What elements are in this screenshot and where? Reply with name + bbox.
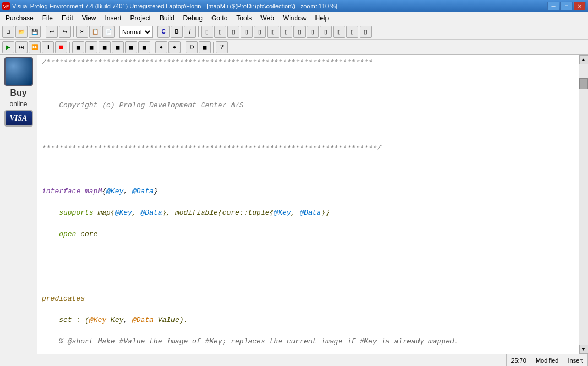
- tb-extra9[interactable]: ▯: [307, 26, 319, 38]
- buy-online: online: [9, 100, 27, 108]
- menu-goto[interactable]: Go to: [207, 13, 232, 23]
- titlebar-left: VP Visual Prolog Environment 7.4 (Build …: [2, 2, 337, 10]
- toolbar2: ▶ ⏭ ⏩ ⏸ ⏹ ◼ ◼ ◼ ◼ ◼ ◼ ● ● ⚙ ◼ ?: [0, 40, 588, 55]
- tb-extra2[interactable]: ▯: [214, 26, 226, 38]
- tb-extra6[interactable]: ▯: [267, 26, 279, 38]
- sep6: [69, 42, 70, 53]
- scrollbar-track[interactable]: [579, 64, 588, 345]
- tb-extra4[interactable]: ▯: [241, 26, 253, 38]
- debug-btn6[interactable]: ◼: [138, 41, 150, 53]
- close-button[interactable]: ✕: [574, 2, 586, 10]
- sep9: [213, 42, 214, 53]
- sep1: [43, 26, 43, 37]
- statusbar: 25:70 Modified Insert: [0, 354, 588, 366]
- menu-window[interactable]: Window: [279, 13, 311, 23]
- save-button[interactable]: 💾: [29, 26, 41, 38]
- menu-debug[interactable]: Debug: [179, 13, 207, 23]
- minimize-button[interactable]: ─: [547, 2, 559, 10]
- bold-c-button[interactable]: C: [157, 26, 170, 38]
- main-area: Buy online VISA /***********************…: [0, 55, 588, 354]
- menubar: Purchase File Edit View Insert Project B…: [0, 12, 588, 24]
- editor-content[interactable]: /***************************************…: [37, 55, 579, 354]
- debug-gear[interactable]: ⚙: [186, 41, 198, 53]
- debug-btn2[interactable]: ◼: [85, 41, 97, 53]
- buy-text: Buy: [10, 88, 26, 98]
- debug-btn3[interactable]: ◼: [99, 41, 111, 53]
- debug-extra1[interactable]: ◼: [199, 41, 211, 53]
- scrollbar[interactable]: ▲ ▼: [579, 55, 588, 354]
- debug-btn1[interactable]: ◼: [72, 41, 84, 53]
- cut-button[interactable]: ✂: [76, 26, 88, 38]
- tb-extra5[interactable]: ▯: [254, 26, 266, 38]
- new-button[interactable]: 🗋: [2, 26, 14, 38]
- tb-extra7[interactable]: ▯: [280, 26, 292, 38]
- titlebar: VP Visual Prolog Environment 7.4 (Build …: [0, 0, 588, 12]
- tb-extra12[interactable]: ▯: [346, 26, 358, 38]
- stop-button[interactable]: ⏹: [55, 41, 67, 53]
- menu-edit[interactable]: Edit: [57, 13, 78, 23]
- tb-extra3[interactable]: ▯: [227, 26, 239, 38]
- bold-b-button[interactable]: B: [171, 26, 183, 38]
- menu-purchase[interactable]: Purchase: [1, 13, 38, 23]
- debug-btn4[interactable]: ◼: [112, 41, 124, 53]
- sep7: [153, 42, 153, 53]
- titlebar-title: Visual Prolog Environment 7.4 (Build 740…: [12, 3, 337, 9]
- step-into-button[interactable]: ⏩: [29, 41, 41, 53]
- open-button[interactable]: 📂: [15, 26, 28, 38]
- sep5: [198, 26, 199, 37]
- pause-button[interactable]: ⏸: [42, 41, 54, 53]
- tb-extra1[interactable]: ▯: [201, 26, 213, 38]
- menu-help[interactable]: Help: [311, 13, 334, 23]
- debug-btn5[interactable]: ◼: [125, 41, 137, 53]
- left-panel: Buy online VISA: [0, 55, 37, 354]
- menu-project[interactable]: Project: [126, 13, 155, 23]
- redo-button[interactable]: ↪: [59, 26, 71, 38]
- debug-circle2[interactable]: ●: [168, 41, 181, 53]
- menu-insert[interactable]: Insert: [101, 13, 126, 23]
- menu-file[interactable]: File: [38, 13, 57, 23]
- undo-button[interactable]: ↩: [46, 26, 58, 38]
- menu-web[interactable]: Web: [256, 13, 278, 23]
- paste-button[interactable]: 📄: [102, 26, 115, 38]
- visa-button[interactable]: VISA: [4, 110, 33, 127]
- style-dropdown[interactable]: Normal: [119, 26, 153, 38]
- italic-i-button[interactable]: I: [184, 26, 196, 38]
- sep4: [155, 26, 155, 37]
- sep3: [117, 26, 117, 37]
- status-position: 25:70: [507, 354, 531, 366]
- scroll-down-button[interactable]: ▼: [579, 345, 589, 354]
- editor-area[interactable]: /***************************************…: [37, 55, 579, 354]
- run-button[interactable]: ▶: [2, 41, 14, 53]
- debug-circle[interactable]: ●: [155, 41, 167, 53]
- help-button[interactable]: ?: [216, 41, 228, 53]
- tb-extra8[interactable]: ▯: [293, 26, 306, 38]
- maximize-button[interactable]: □: [560, 2, 573, 10]
- scroll-up-button[interactable]: ▲: [579, 55, 589, 64]
- tb-extra11[interactable]: ▯: [333, 26, 345, 38]
- status-file: [0, 354, 507, 366]
- sep8: [183, 42, 183, 53]
- sep2: [73, 26, 74, 37]
- tb-extra13[interactable]: ▯: [360, 26, 372, 38]
- copy-button[interactable]: 📋: [89, 26, 101, 38]
- buy-logo: [4, 57, 33, 86]
- tb-extra10[interactable]: ▯: [320, 26, 332, 38]
- app-icon: VP: [2, 2, 10, 10]
- status-modified: Modified: [531, 354, 564, 366]
- step-over-button[interactable]: ⏭: [15, 41, 28, 53]
- titlebar-controls[interactable]: ─ □ ✕: [547, 2, 586, 10]
- menu-tools[interactable]: Tools: [232, 13, 256, 23]
- scrollbar-thumb[interactable]: [579, 78, 588, 89]
- menu-build[interactable]: Build: [155, 13, 179, 23]
- menu-view[interactable]: View: [78, 13, 101, 23]
- status-insert: Insert: [563, 354, 588, 366]
- toolbar1: 🗋 📂 💾 ↩ ↪ ✂ 📋 📄 Normal C B I ▯ ▯ ▯ ▯ ▯ ▯…: [0, 24, 588, 40]
